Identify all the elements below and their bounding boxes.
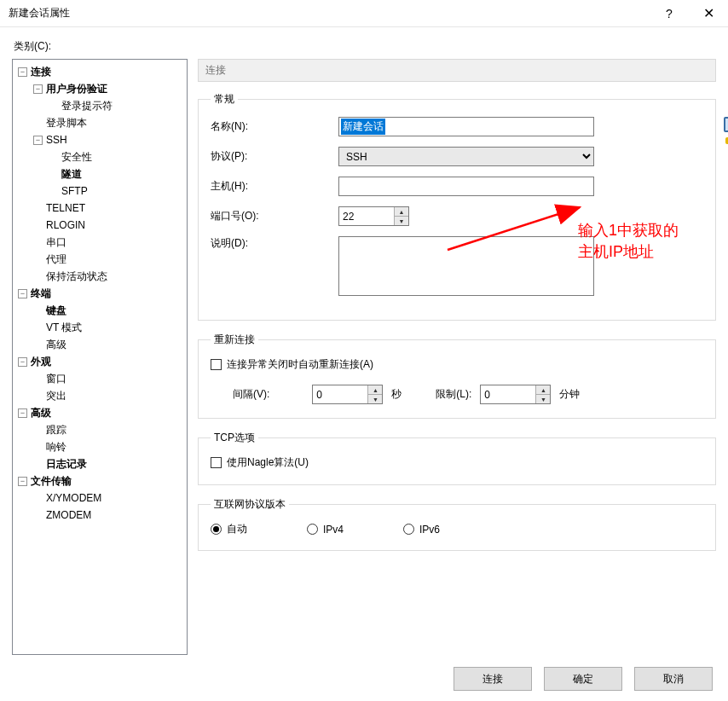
window-title: 新建会话属性	[9, 6, 650, 20]
ipv4-radio[interactable]: IPv4	[307, 524, 344, 536]
expander-icon[interactable]: −	[33, 136, 43, 145]
tree-item-xymodem[interactable]: X/YMODEM	[14, 490, 187, 507]
auto-reconnect-checkbox[interactable]: 连接异常关闭时自动重新连接(A)	[211, 357, 373, 372]
tree-item-connection[interactable]: −连接	[14, 63, 187, 80]
expander-icon[interactable]: −	[18, 357, 27, 367]
tree-item-highlight[interactable]: 突出	[14, 387, 187, 404]
tree-item-vtmode[interactable]: VT 模式	[14, 319, 187, 336]
panel-header: 连接	[198, 59, 716, 82]
spin-down-icon[interactable]: ▼	[536, 395, 550, 403]
close-button[interactable]: ✕	[689, 0, 728, 27]
host-input[interactable]	[338, 177, 594, 196]
general-legend: 常规	[211, 92, 238, 107]
tree-item-telnet[interactable]: TELNET	[14, 200, 187, 217]
radio-icon	[403, 524, 414, 535]
port-input[interactable]	[339, 207, 394, 225]
nagle-checkbox[interactable]: 使用Nagle算法(U)	[211, 455, 309, 470]
tree-item-advanced[interactable]: −高级	[14, 404, 187, 421]
tree-item-window[interactable]: 窗口	[14, 370, 187, 387]
tree-item-serial[interactable]: 串口	[14, 234, 187, 251]
port-spinner[interactable]: ▲▼	[338, 206, 409, 226]
cancel-button[interactable]: 取消	[634, 667, 713, 691]
limit-unit: 分钟	[559, 387, 580, 402]
host-label: 主机(H):	[211, 179, 338, 194]
tree-item-login-prompt[interactable]: 登录提示符	[14, 97, 187, 114]
ok-button[interactable]: 确定	[544, 667, 622, 691]
desc-textarea[interactable]	[338, 236, 594, 296]
auto-reconnect-label: 连接异常关闭时自动重新连接(A)	[227, 357, 373, 372]
tree-item-trace[interactable]: 跟踪	[14, 421, 187, 438]
dialog-buttons: 连接 确定 取消	[12, 655, 716, 691]
spin-up-icon[interactable]: ▲	[368, 385, 382, 395]
ipversion-group: 互联网协议版本 自动 IPv4 IPv6	[198, 497, 716, 551]
name-input-value: 新建会话	[341, 119, 385, 135]
radio-icon	[211, 524, 222, 535]
tree-item-sftp[interactable]: SFTP	[14, 182, 187, 200]
tree-item-auth[interactable]: −用户身份验证	[14, 80, 187, 97]
ip-auto-radio[interactable]: 自动	[211, 522, 247, 536]
interval-spinner[interactable]: ▲▼	[312, 385, 383, 404]
tree-item-keyboard[interactable]: 键盘	[14, 302, 187, 319]
ipv6-radio[interactable]: IPv6	[403, 524, 440, 536]
connect-button[interactable]: 连接	[454, 667, 532, 691]
expander-icon[interactable]: −	[18, 67, 27, 77]
tree-item-logging[interactable]: 日志记录	[14, 455, 187, 472]
limit-spinner[interactable]: ▲▼	[480, 385, 551, 404]
spin-up-icon[interactable]: ▲	[536, 385, 550, 395]
reconnect-group: 重新连接 连接异常关闭时自动重新连接(A) 间隔(V): ▲▼ 秒 限制(L):	[198, 333, 716, 419]
help-button[interactable]: ?	[650, 0, 689, 27]
spin-down-icon[interactable]: ▼	[368, 395, 382, 403]
tcp-group: TCP选项 使用Nagle算法(U)	[198, 431, 716, 485]
tree-item-advanced-terminal[interactable]: 高级	[14, 336, 187, 353]
protocol-select[interactable]: SSH	[338, 147, 594, 166]
tree-item-proxy[interactable]: 代理	[14, 251, 187, 268]
checkbox-icon	[211, 457, 222, 468]
reconnect-legend: 重新连接	[211, 333, 258, 347]
nagle-label: 使用Nagle算法(U)	[227, 455, 309, 470]
category-tree[interactable]: −连接 −用户身份验证 登录提示符 登录脚本 −SSH 安全性 隧道	[12, 59, 188, 655]
tree-item-filetransfer[interactable]: −文件传输	[14, 472, 187, 490]
tree-item-appearance[interactable]: −外观	[14, 353, 187, 370]
name-label: 名称(N):	[211, 119, 338, 134]
expander-icon[interactable]: −	[18, 289, 27, 298]
tree-item-tunnel[interactable]: 隧道	[14, 165, 187, 182]
tree-item-login-script[interactable]: 登录脚本	[14, 114, 187, 131]
name-input[interactable]: 新建会话	[338, 117, 594, 136]
interval-label: 间隔(V):	[233, 387, 269, 402]
interval-input[interactable]	[313, 385, 367, 403]
interval-unit: 秒	[391, 387, 402, 402]
tree-item-bell[interactable]: 响铃	[14, 438, 187, 455]
ipversion-legend: 互联网协议版本	[211, 497, 289, 512]
tree-item-ssh[interactable]: −SSH	[14, 131, 187, 148]
port-label: 端口号(O):	[211, 209, 338, 223]
radio-icon	[307, 524, 318, 535]
limit-label: 限制(L):	[436, 387, 471, 402]
limit-input[interactable]	[481, 385, 535, 403]
protocol-label: 协议(P):	[211, 149, 338, 164]
tree-item-terminal[interactable]: −终端	[14, 285, 187, 302]
spin-up-icon[interactable]: ▲	[395, 207, 408, 217]
tree-item-rlogin[interactable]: RLOGIN	[14, 217, 187, 234]
desc-label: 说明(D):	[211, 236, 338, 251]
tree-item-zmodem[interactable]: ZMODEM	[14, 507, 187, 524]
tree-item-keepalive[interactable]: 保持活动状态	[14, 268, 187, 285]
network-icon	[722, 115, 728, 149]
expander-icon[interactable]: −	[18, 477, 27, 486]
tcp-legend: TCP选项	[211, 431, 258, 445]
expander-icon[interactable]: −	[33, 84, 43, 94]
checkbox-icon	[211, 359, 222, 370]
category-label: 类别(C):	[14, 39, 716, 54]
spin-down-icon[interactable]: ▼	[395, 217, 408, 225]
expander-icon[interactable]: −	[18, 408, 27, 418]
general-group: 常规 名称(N): 新建会话 协议(P): SSH	[198, 92, 716, 321]
tree-item-security[interactable]: 安全性	[14, 148, 187, 165]
title-bar: 新建会话属性 ? ✕	[0, 0, 728, 27]
